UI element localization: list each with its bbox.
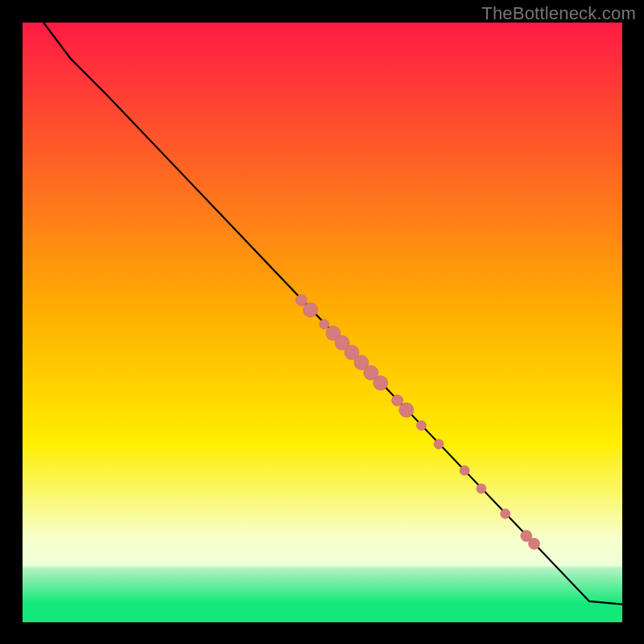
data-marker (374, 376, 388, 390)
chart-svg (0, 0, 644, 644)
data-marker (320, 320, 329, 329)
data-marker (416, 421, 426, 431)
data-marker (529, 538, 540, 549)
data-marker (399, 402, 414, 417)
watermark-text: TheBottleneck.com (481, 3, 636, 24)
data-marker (295, 295, 307, 306)
data-marker (392, 394, 403, 406)
data-marker (460, 466, 469, 476)
data-marker (477, 484, 486, 493)
data-marker (434, 440, 444, 449)
chart-container: { "watermark": "TheBottleneck.com", "col… (0, 0, 644, 644)
data-marker (501, 509, 510, 518)
data-marker (303, 303, 318, 317)
